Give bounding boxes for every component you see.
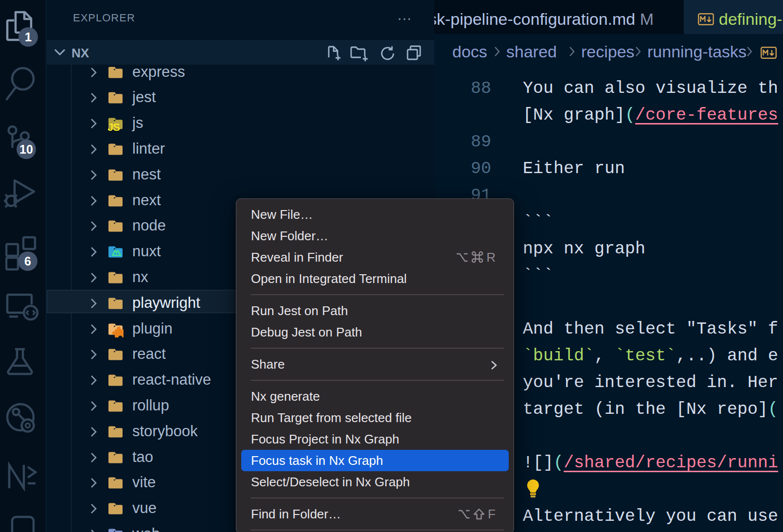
svg-text:1: 1 bbox=[25, 30, 32, 44]
svg-text:10: 10 bbox=[19, 142, 33, 156]
svg-text:6: 6 bbox=[24, 254, 31, 268]
svg-text:JS: JS bbox=[108, 121, 120, 132]
